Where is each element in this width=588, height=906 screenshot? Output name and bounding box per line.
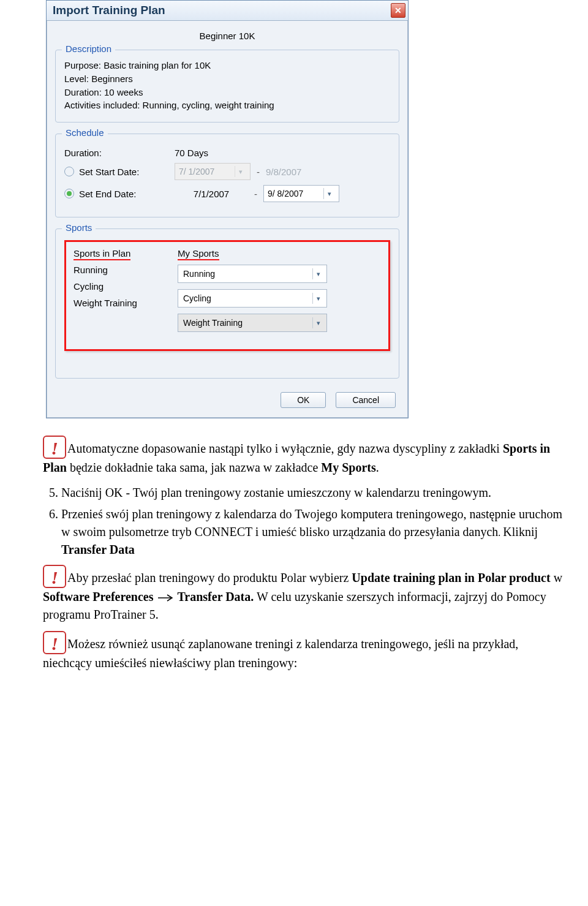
my-sport-combo[interactable]: Weight Training ▾ — [178, 314, 327, 332]
titlebar: Import Training Plan ✕ — [47, 1, 408, 21]
bold: Transfer Data. — [177, 590, 254, 603]
desc-line: Purpose: Basic training plan for 10K — [64, 59, 390, 72]
end-start-text: 7/1/2007 — [175, 189, 248, 199]
text: Naciśnij OK - Twój plan treningowy zosta… — [61, 486, 491, 499]
dash: - — [254, 189, 257, 199]
ok-button[interactable]: OK — [281, 392, 326, 408]
chevron-down-icon: ▾ — [235, 166, 246, 177]
warning-icon — [43, 631, 66, 654]
desc-line: Level: Beginners — [64, 72, 390, 86]
dash: - — [257, 167, 260, 177]
plan-sport: Weight Training — [74, 298, 178, 308]
combo-value: Running — [183, 269, 215, 279]
desc-line: Duration: 10 weeks — [64, 86, 390, 99]
schedule-legend: Schedule — [62, 127, 108, 138]
my-sport-combo[interactable]: Cycling ▾ — [178, 289, 327, 308]
text — [153, 590, 156, 603]
start-date-label: Set Start Date: — [79, 167, 175, 177]
bold: Transfer Data — [61, 543, 135, 556]
sports-legend: Sports — [62, 222, 96, 233]
schedule-fieldset: Schedule Duration: 70 Days Set Start Dat… — [55, 134, 399, 217]
sports-fieldset: Sports Sports in Plan Running Cycling We… — [55, 228, 399, 379]
start-date-value: 7/ 1/2007 — [179, 167, 214, 176]
end-date-input[interactable]: 9/ 8/2007 ▾ — [263, 185, 339, 202]
text: będzie dokładnie taka sama, jak nazwa w … — [67, 461, 321, 474]
duration-value: 70 Days — [175, 148, 236, 158]
steps-list: Naciśnij OK - Twój plan treningowy zosta… — [43, 484, 564, 559]
list-item: Naciśnij OK - Twój plan treningowy zosta… — [61, 484, 564, 502]
plan-sport: Cycling — [74, 281, 178, 292]
list-item: Przenieś swój plan treningowy z kalendar… — [61, 505, 564, 559]
start-date-input: 7/ 1/2007 ▾ — [175, 163, 251, 180]
description-legend: Description — [62, 43, 115, 54]
note-paragraph: Automatyczne dopasowanie nastąpi tylko i… — [43, 436, 564, 477]
document-body: Automatyczne dopasowanie nastąpi tylko i… — [43, 436, 564, 672]
duration-label: Duration: — [64, 148, 175, 158]
plan-sport: Running — [74, 265, 178, 275]
bold: My Sports — [321, 461, 375, 474]
chevron-down-icon[interactable]: ▾ — [312, 317, 324, 328]
combo-value: Weight Training — [183, 318, 243, 328]
chevron-down-icon[interactable]: ▾ — [312, 268, 324, 279]
bold: Update training plan in Polar product — [352, 571, 550, 584]
end-date-value: 9/ 8/2007 — [268, 189, 303, 198]
radio-end-date[interactable] — [64, 189, 74, 198]
cancel-button[interactable]: Cancel — [336, 392, 396, 408]
arrow-right-icon — [157, 594, 176, 602]
chevron-down-icon[interactable]: ▾ — [312, 293, 324, 304]
my-sport-combo[interactable]: Running ▾ — [178, 265, 327, 283]
text: . — [376, 461, 379, 474]
text: Automatyczne dopasowanie nastąpi tylko i… — [67, 442, 503, 455]
note-paragraph: Możesz również usunąć zaplanowane trenin… — [43, 631, 564, 672]
end-date-label: Set End Date: — [79, 189, 175, 199]
description-fieldset: Description Purpose: Basic training plan… — [55, 50, 399, 123]
warning-icon — [43, 436, 66, 459]
warning-icon — [43, 565, 66, 588]
start-end-ghost: 9/8/2007 — [266, 167, 301, 177]
sports-highlight: Sports in Plan Running Cycling Weight Tr… — [64, 240, 390, 351]
text: Możesz również usunąć zaplanowane trenin… — [43, 637, 518, 670]
text: Przenieś swój plan treningowy z kalendar… — [61, 507, 562, 538]
text: w — [551, 571, 562, 584]
text: Aby przesłać plan treningowy do produktu… — [67, 571, 352, 584]
my-sports-header: My Sports — [178, 248, 219, 260]
import-training-plan-dialog: Import Training Plan ✕ Beginner 10K Desc… — [46, 0, 409, 418]
desc-line: Activities included: Running, cycling, w… — [64, 99, 390, 112]
sports-in-plan-header: Sports in Plan — [74, 248, 130, 260]
bold: Software Preferences — [43, 590, 153, 603]
note-paragraph: Aby przesłać plan treningowy do produktu… — [43, 565, 564, 624]
combo-value: Cycling — [183, 293, 211, 303]
chevron-down-icon[interactable]: ▾ — [323, 188, 335, 199]
dialog-subtitle: Beginner 10K — [55, 31, 399, 41]
text: Kliknij — [503, 525, 538, 538]
radio-start-date[interactable] — [64, 167, 74, 176]
dialog-title: Import Training Plan — [53, 4, 165, 17]
close-icon[interactable]: ✕ — [391, 3, 405, 18]
